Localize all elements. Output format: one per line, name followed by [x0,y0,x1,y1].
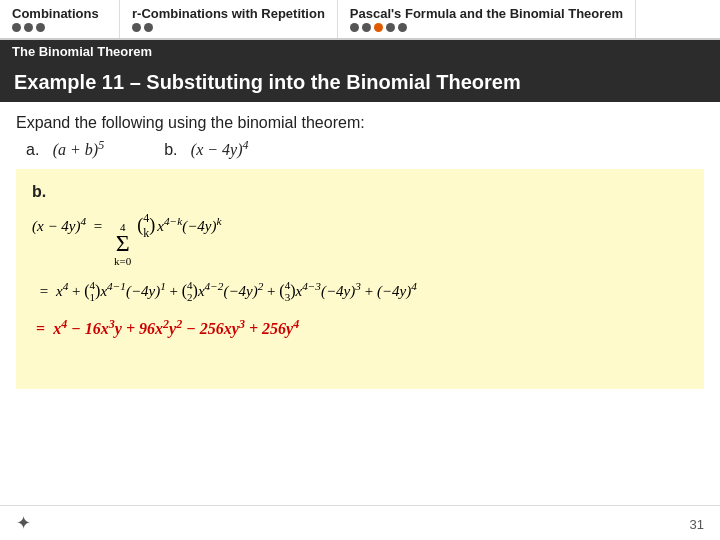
formula-line-3: = x4 − 16x3y + 96x2y2 − 256xy3 + 256y4 [32,317,688,338]
term-x1: x4−3(−4y)3 [295,275,360,306]
sum-lower: k=0 [114,255,131,267]
sigma: Σ [116,233,130,255]
plus-4: + [361,276,377,306]
equals-3: = [36,320,45,338]
equals-1: = [90,218,106,235]
nav-item-pascals[interactable]: Pascal's Formula and the Binomial Theore… [338,0,636,38]
x-power: x4−k [157,215,182,235]
formula-line-2: = x4 + ( 4 1 ) x4−1(−4y)1 + ( 4 2 [32,275,688,307]
summation-block: 4 Σ k=0 [114,221,131,267]
nav-title-combinations: Combinations [12,6,107,21]
plus-2: + [166,276,182,306]
nav-bar: Combinations r-Combinations with Repetit… [0,0,720,40]
nav-dots-r-combinations [132,23,325,32]
term-x4: x4 [56,275,68,306]
dot-1 [12,23,21,32]
final-answer: x4 − 16x3y + 96x2y2 − 256xy3 + 256y4 [49,317,299,338]
yellow-box-part-b: b. (x − 4y)4 = 4 Σ k=0 ( 4 k ) x4−k (−4y… [16,169,704,389]
plus-1: + [68,276,84,306]
binom-41: ( 4 1 ) [84,275,100,307]
binom-4k: ( 4 k ) [137,211,155,240]
expand-intro: Expand the following using the binomial … [16,114,704,132]
dot-p-4 [386,23,395,32]
dot-r-2 [144,23,153,32]
binom-43: ( 4 3 ) [279,275,295,307]
nav-dots-combinations [12,23,107,32]
example-header-text: Example 11 – Substituting into the Binom… [14,71,521,93]
nav-title-pascals: Pascal's Formula and the Binomial Theore… [350,6,623,21]
term-x2: x4−2(−4y)2 [198,275,263,306]
part-a-label: a. (a + b)5 [26,138,104,159]
part-b-expr-header: (x − 4y)4 [191,141,249,158]
nav-item-r-combinations[interactable]: r-Combinations with Repetition [120,0,338,38]
term-x3: x4−1(−4y)1 [100,275,165,306]
dot-p-5 [398,23,407,32]
binom-42: ( 4 2 ) [182,275,198,307]
part-b-label-header: b. (x − 4y)4 [164,138,248,159]
equals-2: = [36,276,52,306]
lhs-expr: (x − 4y)4 [32,215,86,235]
content-area: Expand the following using the binomial … [0,102,720,401]
page-number: 31 [690,517,704,532]
nav-title-r-combinations: r-Combinations with Repetition [132,6,325,21]
term-last: (−4y)4 [377,275,417,306]
plus-3: + [263,276,279,306]
section-label: The Binomial Theorem [12,44,152,59]
nav-dots-pascals [350,23,623,32]
dot-3 [36,23,45,32]
example-header: Example 11 – Substituting into the Binom… [0,63,720,102]
section-label-bar: The Binomial Theorem [0,40,720,63]
dot-p-1 [350,23,359,32]
part-b-box-label: b. [32,183,688,201]
dot-p-3-active [374,23,383,32]
paren-close: ) [149,215,155,236]
neg4y-power: (−4y)k [182,215,221,235]
formula-line-1: (x − 4y)4 = 4 Σ k=0 ( 4 k ) x4−k (−4y)k [32,211,688,266]
bottom-bar: ✦ 31 [0,505,720,540]
bottom-nav-icon[interactable]: ✦ [16,512,31,534]
dot-p-2 [362,23,371,32]
dot-r-1 [132,23,141,32]
nav-item-combinations[interactable]: Combinations [0,0,120,38]
parts-row: a. (a + b)5 b. (x − 4y)4 [16,138,704,159]
dot-2 [24,23,33,32]
part-a-expr: (a + b)5 [53,141,104,158]
